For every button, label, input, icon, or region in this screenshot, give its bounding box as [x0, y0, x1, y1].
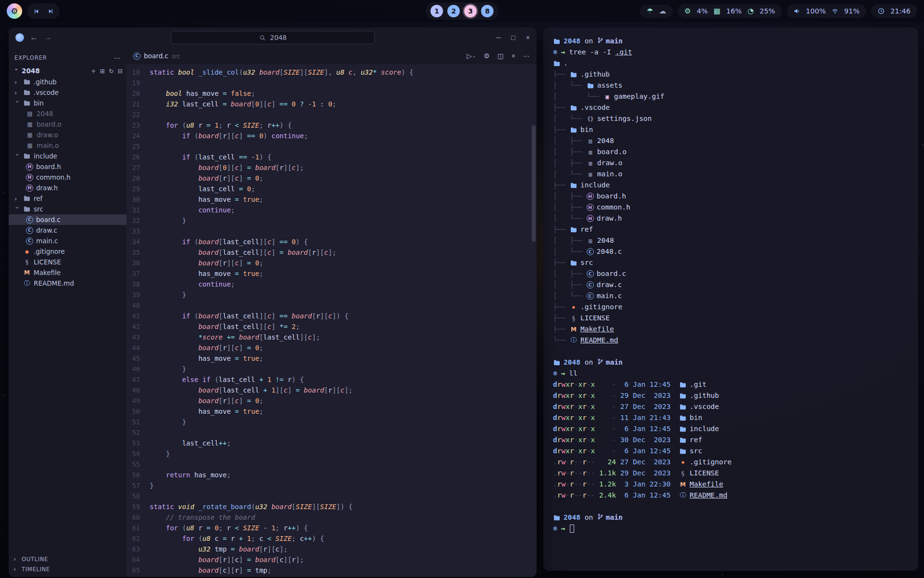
explorer-item-main.o[interactable]: ▦main.o [9, 140, 127, 151]
explorer-item-draw.h[interactable]: Hdraw.h [9, 183, 127, 193]
code-editor[interactable]: 18static bool _slide_col(u32 board[SIZE]… [127, 64, 537, 577]
code-line-56[interactable]: 56 return has_move; [127, 470, 537, 480]
code-line-45[interactable]: 45 has_move = true; [127, 353, 537, 364]
workspace-3-active[interactable]: 3 [464, 5, 477, 17]
run-button[interactable]: ▷⌄ [467, 52, 476, 60]
new-file-button[interactable]: + [91, 67, 96, 75]
media-next-button[interactable] [44, 5, 57, 17]
code-line-29[interactable]: 29 last_cell = 0; [127, 184, 537, 194]
explorer-item-README.md[interactable]: ⓘREADME.md [9, 278, 127, 289]
code-line-60[interactable]: 60 // transpose the board [127, 512, 537, 523]
more-actions-button[interactable]: ⋯ [523, 52, 530, 60]
code-line-19[interactable]: 19 [127, 78, 537, 88]
code-line-54[interactable]: 54 } [127, 448, 537, 459]
launcher-button[interactable]: ⚙ [7, 3, 22, 19]
code-line-33[interactable]: 33 [127, 226, 537, 236]
audio-network-pill[interactable]: 100% 91% [787, 4, 867, 18]
code-line-57[interactable]: 57} [127, 480, 537, 491]
code-line-49[interactable]: 49 board[r][c] = 0; [127, 395, 537, 406]
weather-pill[interactable]: ☂ ☁ [640, 5, 673, 18]
explorer-item-include[interactable]: ›include [9, 151, 127, 161]
code-line-20[interactable]: 20 bool has_move = false; [127, 88, 537, 99]
code-line-48[interactable]: 48 board[last_cell + 1][c] = board[r][c]… [127, 385, 537, 395]
explorer-item-bin[interactable]: ›bin [9, 98, 127, 108]
explorer-item-main.c[interactable]: Cmain.c [9, 236, 127, 246]
code-line-25[interactable]: 25 [127, 141, 537, 152]
explorer-root-folder[interactable]: › 2048 + ⊞ ↻ ⊟ [9, 65, 127, 77]
code-line-61[interactable]: 61 for (u8 r = 0; r < SIZE - 1; r++) { [127, 523, 537, 533]
code-line-31[interactable]: 31 continue; [127, 205, 537, 215]
explorer-item-board.h[interactable]: Hboard.h [9, 161, 127, 172]
code-line-47[interactable]: 47 else if (last_cell + 1 != r) { [127, 374, 537, 385]
code-line-62[interactable]: 62 for (u8 c = r + 1; c < SIZE; c++) { [127, 533, 537, 544]
code-line-35[interactable]: 35 board[last_cell][c] = board[r][c]; [127, 247, 537, 258]
code-line-65[interactable]: 65 board[c][r] = tmp; [127, 565, 537, 576]
split-editor-button[interactable]: ◫ [498, 52, 504, 60]
code-line-59[interactable]: 59static void _rotate_board(u32 board[SI… [127, 501, 537, 512]
explorer-item-ref[interactable]: ›ref [9, 193, 127, 204]
code-line-24[interactable]: 24 if (board[r][c] == 0) continue; [127, 131, 537, 141]
code-line-39[interactable]: 39 } [127, 289, 537, 300]
workspace-2[interactable]: 2 [448, 5, 460, 17]
code-line-27[interactable]: 27 board[0][c] = board[r][c]; [127, 162, 537, 173]
system-stats-pill[interactable]: ⚙ 4% ▦ 16% ◔ 25% [678, 4, 782, 18]
scrollbar-thumb[interactable] [532, 125, 536, 242]
explorer-item-src[interactable]: ›src [9, 204, 127, 214]
code-line-46[interactable]: 46 } [127, 364, 537, 374]
collapse-folders-button[interactable]: ⊟ [118, 67, 123, 75]
maximize-button[interactable]: □ [511, 34, 515, 41]
media-prev-button[interactable] [30, 5, 42, 17]
code-line-51[interactable]: 51 } [127, 417, 537, 427]
code-line-26[interactable]: 26 if (last_cell == -1) { [127, 152, 537, 162]
explorer-more-button[interactable]: ⋯ [114, 54, 121, 62]
code-line-34[interactable]: 34 if (board[last_cell][c] == 0) { [127, 236, 537, 247]
code-line-38[interactable]: 38 continue; [127, 279, 537, 289]
workspace-1[interactable]: 1 [431, 5, 443, 17]
close-editor-button[interactable]: × [512, 52, 515, 60]
code-line-58[interactable]: 58 [127, 491, 537, 501]
outline-section[interactable]: › OUTLINE [9, 554, 127, 564]
settings-icon-button[interactable]: ⚙ [484, 52, 490, 60]
code-line-63[interactable]: 63 u32 tmp = board[r][c]; [127, 544, 537, 554]
code-line-53[interactable]: 53 last_cell++; [127, 438, 537, 448]
code-line-64[interactable]: 64 board[r][c] = board[c][r]; [127, 554, 537, 565]
explorer-item-board.o[interactable]: ▦board.o [9, 119, 127, 130]
timeline-section[interactable]: › TIMELINE [9, 564, 127, 574]
explorer-item-draw.c[interactable]: Cdraw.c [9, 225, 127, 236]
code-line-55[interactable]: 55 [127, 459, 537, 470]
code-line-32[interactable]: 32 } [127, 215, 537, 226]
code-line-21[interactable]: 21 i32 last_cell = board[0][c] == 0 ? -1… [127, 99, 537, 109]
code-line-18[interactable]: 18static bool _slide_col(u32 board[SIZE]… [127, 67, 537, 78]
code-line-36[interactable]: 36 board[r][c] = 0; [127, 258, 537, 268]
explorer-item-Makefile[interactable]: MMakefile [9, 267, 127, 278]
explorer-item-.github[interactable]: ›.github [9, 77, 127, 87]
command-search-box[interactable]: 2048 [171, 31, 375, 44]
explorer-item-.gitignore[interactable]: ◆.gitignore [9, 246, 127, 257]
explorer-item-board.c[interactable]: Cboard.c [9, 214, 127, 225]
code-line-52[interactable]: 52 [127, 427, 537, 438]
code-line-44[interactable]: 44 board[r][c] = 0; [127, 342, 537, 353]
nav-back-button[interactable]: ← [30, 33, 38, 42]
code-line-37[interactable]: 37 has_move = true; [127, 268, 537, 279]
code-line-42[interactable]: 42 board[last_cell][c] *= 2; [127, 321, 537, 332]
explorer-item-draw.o[interactable]: ▦draw.o [9, 130, 127, 140]
code-line-30[interactable]: 30 has_move = true; [127, 194, 537, 205]
workspace-8[interactable]: 8 [481, 5, 494, 17]
nav-forward-button[interactable]: → [44, 33, 52, 42]
explorer-item-.vscode[interactable]: ›.vscode [9, 87, 127, 98]
code-line-28[interactable]: 28 board[r][c] = 0; [127, 173, 537, 184]
code-line-23[interactable]: 23 for (u8 r = 1; r < SIZE; r++) { [127, 120, 537, 131]
terminal-window[interactable]: 2048 on main❄→tree -a -I .git.├── .githu… [543, 27, 918, 571]
tab-board-c[interactable]: C board.c src [133, 52, 180, 60]
refresh-explorer-button[interactable]: ↻ [109, 67, 114, 75]
new-folder-button[interactable]: ⊞ [100, 67, 105, 75]
code-line-41[interactable]: 41 if (board[last_cell][c] == board[r][c… [127, 311, 537, 321]
editor-scrollbar[interactable] [532, 86, 536, 572]
explorer-item-2048[interactable]: ▤2048 [9, 108, 127, 119]
code-line-50[interactable]: 50 has_move = true; [127, 406, 537, 417]
code-line-43[interactable]: 43 *score += board[last_cell][c]; [127, 332, 537, 342]
clock-pill[interactable]: 21:46 [871, 4, 917, 18]
code-line-40[interactable]: 40 [127, 300, 537, 311]
close-button[interactable]: × [526, 34, 530, 41]
explorer-item-LICENSE[interactable]: §LICENSE [9, 257, 127, 267]
